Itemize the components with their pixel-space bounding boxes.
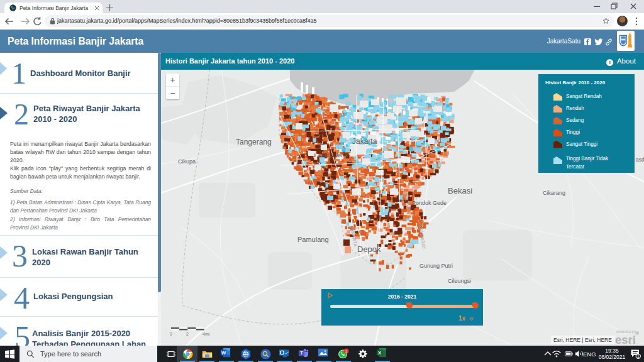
svg-text:Cikupa: Cikupa — [178, 158, 196, 165]
svg-text:Depok: Depok — [357, 244, 381, 254]
svg-text:1: 1 — [345, 349, 347, 353]
svg-text:2: 2 — [186, 332, 189, 336]
svg-text:W: W — [221, 350, 226, 356]
svg-text:1: 1 — [637, 354, 640, 358]
svg-text:Esri, HERE | Esri, HERE: Esri, HERE | Esri, HERE — [553, 337, 612, 343]
svg-text:esri: esri — [615, 333, 636, 346]
svg-text:asde: asde — [636, 156, 644, 163]
svg-text:0: 0 — [170, 332, 172, 336]
svg-text:Cikarang: Cikarang — [543, 190, 565, 196]
svg-text:Pondok Gede: Pondok Gede — [412, 200, 447, 206]
svg-text:Bekasi: Bekasi — [448, 186, 472, 195]
svg-text:Gunung Putri: Gunung Putri — [419, 263, 453, 269]
svg-text:4mi: 4mi — [203, 332, 210, 336]
svg-text:Jakarta: Jakarta — [621, 38, 626, 40]
svg-text:X: X — [378, 350, 381, 356]
svg-text:Cileungsi: Cileungsi — [448, 278, 471, 284]
svg-text:Kebon Jeruk: Kebon Jeruk — [318, 152, 348, 158]
svg-text:Jakarta: Jakarta — [352, 137, 377, 146]
svg-text:Tangerang: Tangerang — [236, 138, 272, 146]
svg-text:Pamulang: Pamulang — [297, 236, 329, 243]
